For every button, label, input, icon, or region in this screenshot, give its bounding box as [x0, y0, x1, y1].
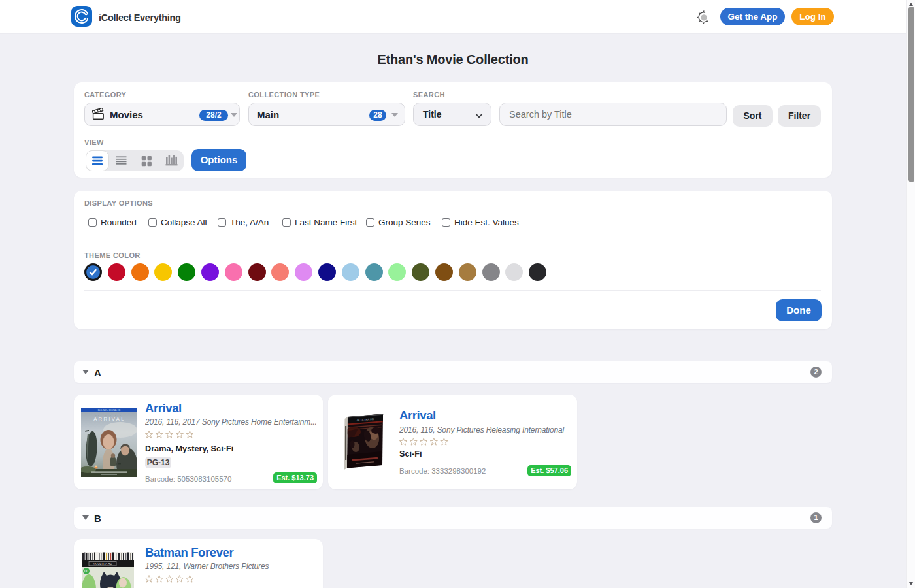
svg-text:BLU-RAY + DIGITAL HD: BLU-RAY + DIGITAL HD — [98, 409, 121, 412]
svg-text:ARRIVAL: ARRIVAL — [93, 416, 125, 421]
svg-text:4K ULTRA HD: 4K ULTRA HD — [93, 562, 112, 565]
svg-text:DC: DC — [84, 570, 89, 573]
